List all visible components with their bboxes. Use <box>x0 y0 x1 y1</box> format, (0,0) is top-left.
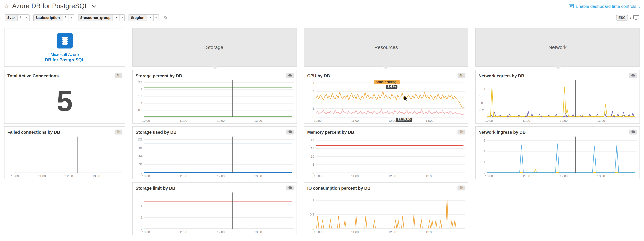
variable-region-dropdown[interactable]: $region * ▾ <box>129 14 159 21</box>
svg-text:10:00: 10:00 <box>11 174 19 178</box>
panel-title-bar[interactable]: CPU by DB 4h <box>304 70 468 79</box>
svg-text:13:00: 13:00 <box>426 174 433 178</box>
panel-network-egress: Network egress by DB 4h 00.250.50.75110:… <box>475 70 640 124</box>
panel-title-bar[interactable]: Network ingress by DB 4h <box>476 127 640 135</box>
time-range-badge: 4h <box>629 129 637 134</box>
favorite-star-icon[interactable]: ☆ <box>4 3 9 10</box>
svg-text:2.5: 2.5 <box>138 81 142 84</box>
variable-resource-group-dropdown[interactable]: $resource_group * ▾ <box>78 14 125 21</box>
network-egress-chart[interactable]: 00.250.50.75110:0011:0012:0013:00 <box>476 79 640 123</box>
panel-title-bar[interactable]: Network egress by DB 4h <box>476 70 640 79</box>
variable-value: * <box>147 15 153 21</box>
panel-azure-logo: Microsoft Azure DB for PostgreSQL <box>4 28 125 67</box>
panel-title-bar[interactable]: IO consumption percent by DB 4h <box>304 182 468 191</box>
svg-text:11:00: 11:00 <box>180 230 187 234</box>
svg-text:2: 2 <box>312 98 314 102</box>
panel-title: Storage used by DB <box>136 129 176 134</box>
enable-time-controls-link[interactable]: Enable dashboard time controls... <box>576 4 640 9</box>
dashboard-title[interactable]: Azure DB for PostgreSQL <box>12 3 88 10</box>
svg-text:1: 1 <box>312 198 314 202</box>
svg-text:32: 32 <box>139 163 142 166</box>
svg-text:10:00: 10:00 <box>314 230 322 234</box>
cpu-chart[interactable]: 0123410:0011:0012:0013:00name:azurepg22.… <box>304 79 468 123</box>
panel-storage-limit: Storage limit by DB 4h 012310:0011:0012:… <box>132 182 297 235</box>
svg-text:10:00: 10:00 <box>485 174 493 178</box>
variable-value: * <box>113 15 120 21</box>
storage-used-chart[interactable]: 032649612810:0011:0012:0013:00 <box>132 135 296 179</box>
svg-text:3: 3 <box>484 139 486 142</box>
panel-title-bar[interactable]: Storage percent by DB 4h <box>132 70 296 79</box>
panel-title: Memory percent by DB <box>307 129 354 134</box>
panel-failed-connections: Failed connections by DB 4h 10:0011:0012… <box>4 126 125 179</box>
navbar-right: Enable dashboard time controls... <box>569 4 640 9</box>
panel-title-bar[interactable]: Total Active Connections 4h <box>4 70 125 79</box>
panel-title: IO consumption percent by DB <box>307 185 370 190</box>
variable-value: * <box>62 15 69 21</box>
svg-text:2: 2 <box>141 204 142 208</box>
storage-limit-chart[interactable]: 012310:0011:0012:0013:00 <box>132 191 296 235</box>
panel-title: CPU by DB <box>307 73 330 78</box>
scale-wrapper: ☆ Azure DB for PostgreSQL Enable dashboa… <box>0 0 644 241</box>
variable-var-dropdown[interactable]: $var * ▾ <box>5 14 29 21</box>
svg-text:1.5: 1.5 <box>138 95 142 98</box>
panel-title-bar[interactable]: Memory percent by DB 4h <box>304 127 468 135</box>
panel-title-bar[interactable]: Storage used by DB 4h <box>132 127 296 135</box>
svg-text:0.5: 0.5 <box>138 108 142 112</box>
variable-subscription-dropdown[interactable]: $subscription * ▾ <box>33 14 74 21</box>
chevron-down-icon[interactable] <box>92 5 96 8</box>
panel-network-ingress: Network ingress by DB 4h 012310:0011:001… <box>475 126 640 179</box>
svg-text:12:00: 12:00 <box>65 174 73 178</box>
variable-label: $resource_group <box>78 15 113 21</box>
monitor-icon[interactable] <box>633 15 639 20</box>
svg-text:10:00: 10:00 <box>142 230 150 234</box>
failed-connections-chart[interactable]: 10:0011:0012:0013:00 <box>4 135 125 179</box>
svg-text:0: 0 <box>484 115 486 119</box>
panel-title: Network egress by DB <box>478 73 524 78</box>
section-title: Network <box>548 44 566 50</box>
svg-text:12:00: 12:00 <box>388 119 396 122</box>
time-range-badge: 4h <box>114 73 122 78</box>
panel-storage-percent: Storage percent by DB 4h 00.511.522.510:… <box>132 70 297 124</box>
svg-text:4: 4 <box>312 81 314 85</box>
edit-icon[interactable]: ✎ <box>164 15 168 21</box>
toolbar-right: ESC / <box>616 15 639 21</box>
svg-text:13:00: 13:00 <box>597 174 605 178</box>
svg-text:10: 10 <box>311 155 314 158</box>
svg-text:0: 0 <box>141 115 142 119</box>
memory-percent-chart[interactable]: 0510152010:0011:0012:0013:00 <box>304 135 468 179</box>
svg-text:10:00: 10:00 <box>314 119 322 122</box>
svg-text:13:00: 13:00 <box>254 174 262 178</box>
variable-label: $var <box>5 15 18 21</box>
svg-text:11:00: 11:00 <box>351 174 359 178</box>
panel-title: Failed connections by DB <box>8 129 60 134</box>
svg-text:3: 3 <box>312 90 314 93</box>
svg-text:10:00: 10:00 <box>142 119 150 122</box>
panel-title: Total Active Connections <box>8 73 59 78</box>
panel-title: Storage percent by DB <box>136 73 182 78</box>
panel-title-bar[interactable]: Storage limit by DB 4h <box>132 182 296 191</box>
svg-text:11:00: 11:00 <box>351 230 359 234</box>
section-title: Storage <box>206 44 223 50</box>
svg-text:20: 20 <box>311 138 314 142</box>
io-consumption-chart[interactable]: 00.5110:0011:0012:0013:00 <box>304 191 468 235</box>
navbar: ☆ Azure DB for PostgreSQL Enable dashboa… <box>0 0 644 12</box>
variables-toolbar: $var * ▾ $subscription * ▾ $resource_gro… <box>0 12 644 23</box>
svg-text:2: 2 <box>141 88 142 91</box>
tooltip-tt-name: name:azurepg2 <box>374 80 400 84</box>
azure-logo-line1: Microsoft Azure <box>50 52 79 57</box>
panel-title-bar[interactable]: Failed connections by DB 4h <box>4 127 125 135</box>
svg-text:1: 1 <box>141 101 142 105</box>
section-notch <box>211 66 218 69</box>
time-controls-icon <box>569 4 574 8</box>
svg-text:11:00: 11:00 <box>180 119 187 122</box>
svg-text:15: 15 <box>311 146 314 150</box>
svg-text:0: 0 <box>484 171 486 174</box>
azure-logo-box: Microsoft Azure DB for PostgreSQL <box>4 28 125 66</box>
network-ingress-chart[interactable]: 012310:0011:0012:0013:00 <box>476 135 640 179</box>
chevron-down-icon: ▾ <box>153 15 158 21</box>
panel-io-consumption: IO consumption percent by DB 4h 00.5110:… <box>304 182 468 235</box>
svg-text:12:00: 12:00 <box>217 230 225 234</box>
svg-text:13:00: 13:00 <box>254 230 262 234</box>
storage-percent-chart[interactable]: 00.511.522.510:0011:0012:0013:00 <box>132 79 296 123</box>
chevron-down-icon: ▾ <box>24 15 29 21</box>
